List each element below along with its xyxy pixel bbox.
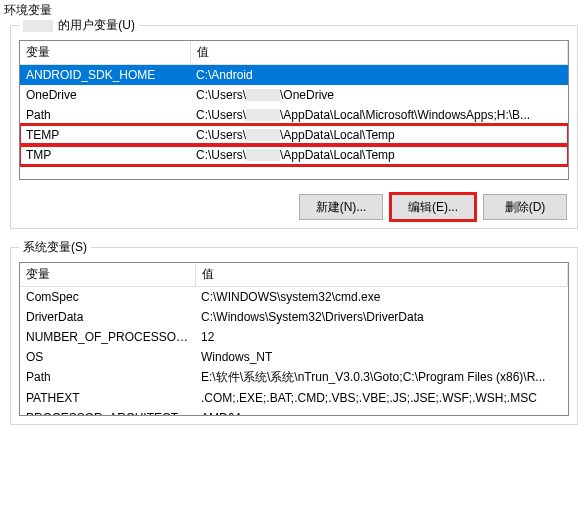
table-row[interactable]: DriverDataC:\Windows\System32\Drivers\Dr… [20, 307, 568, 327]
cell-value: .COM;.EXE;.BAT;.CMD;.VBS;.VBE;.JS;.JSE;.… [195, 388, 568, 408]
cell-variable: OS [20, 347, 195, 367]
user-variables-group: 的用户变量(U) 变量 值 ANDROID_SDK_HOMEC:\Android… [10, 25, 578, 229]
cell-value: E:\软件\系统\系统\nTrun_V3.0.3\Goto;C:\Program… [195, 367, 568, 388]
system-variables-group: 系统变量(S) 变量 值 ComSpecC:\WINDOWS\system32\… [10, 247, 578, 425]
cell-variable: ComSpec [20, 287, 195, 307]
cell-value: Windows_NT [195, 347, 568, 367]
cell-variable: ANDROID_SDK_HOME [20, 65, 190, 85]
username-redacted [23, 20, 53, 32]
column-header-variable[interactable]: 变量 [20, 263, 195, 287]
new-user-var-button[interactable]: 新建(N)... [299, 194, 383, 220]
delete-user-var-button[interactable]: 删除(D) [483, 194, 567, 220]
system-variables-table[interactable]: 变量 值 ComSpecC:\WINDOWS\system32\cmd.exeD… [20, 263, 568, 416]
username-redacted [246, 129, 280, 141]
cell-value: C:\Windows\System32\Drivers\DriverData [195, 307, 568, 327]
column-header-value[interactable]: 值 [195, 263, 568, 287]
username-redacted [246, 149, 280, 161]
table-row[interactable]: PROCESSOR_ARCHITECT...AMD64 [20, 408, 568, 417]
system-variables-group-title: 系统变量(S) [19, 239, 91, 256]
table-row[interactable]: NUMBER_OF_PROCESSORS12 [20, 327, 568, 347]
cell-variable: NUMBER_OF_PROCESSORS [20, 327, 195, 347]
cell-value: AMD64 [195, 408, 568, 417]
cell-value: C:\Users\\OneDrive [190, 85, 568, 105]
table-row[interactable]: TEMPC:\Users\\AppData\Local\Temp [20, 125, 568, 145]
table-row[interactable]: ANDROID_SDK_HOMEC:\Android [20, 65, 568, 85]
cell-variable: OneDrive [20, 85, 190, 105]
cell-variable: TEMP [20, 125, 190, 145]
column-header-variable[interactable]: 变量 [20, 41, 190, 65]
user-variables-table[interactable]: 变量 值 ANDROID_SDK_HOMEC:\AndroidOneDriveC… [20, 41, 568, 165]
cell-value: 12 [195, 327, 568, 347]
system-variables-table-wrap: 变量 值 ComSpecC:\WINDOWS\system32\cmd.exeD… [19, 262, 569, 416]
username-redacted [246, 89, 280, 101]
cell-variable: PROCESSOR_ARCHITECT... [20, 408, 195, 417]
user-variables-group-title: 的用户变量(U) [19, 17, 139, 34]
cell-variable: TMP [20, 145, 190, 165]
column-header-value[interactable]: 值 [190, 41, 568, 65]
username-redacted [246, 109, 280, 121]
table-row[interactable]: PathE:\软件\系统\系统\nTrun_V3.0.3\Goto;C:\Pro… [20, 367, 568, 388]
table-row[interactable]: OneDriveC:\Users\\OneDrive [20, 85, 568, 105]
cell-variable: PATHEXT [20, 388, 195, 408]
table-row[interactable]: OSWindows_NT [20, 347, 568, 367]
table-row[interactable]: ComSpecC:\WINDOWS\system32\cmd.exe [20, 287, 568, 307]
user-variables-buttons: 新建(N)... 编辑(E)... 删除(D) [19, 194, 569, 220]
cell-variable: Path [20, 105, 190, 125]
cell-value: C:\WINDOWS\system32\cmd.exe [195, 287, 568, 307]
cell-value: C:\Users\\AppData\Local\Temp [190, 145, 568, 165]
table-header-row: 变量 值 [20, 41, 568, 65]
user-vars-group-label: 的用户变量(U) [55, 18, 135, 32]
table-row[interactable]: TMPC:\Users\\AppData\Local\Temp [20, 145, 568, 165]
user-variables-table-wrap: 变量 值 ANDROID_SDK_HOMEC:\AndroidOneDriveC… [19, 40, 569, 180]
cell-variable: Path [20, 367, 195, 388]
table-row[interactable]: PATHEXT.COM;.EXE;.BAT;.CMD;.VBS;.VBE;.JS… [20, 388, 568, 408]
edit-user-var-button[interactable]: 编辑(E)... [391, 194, 475, 220]
cell-variable: DriverData [20, 307, 195, 327]
cell-value: C:\Users\\AppData\Local\Microsoft\Window… [190, 105, 568, 125]
table-row[interactable]: PathC:\Users\\AppData\Local\Microsoft\Wi… [20, 105, 568, 125]
cell-value: C:\Users\\AppData\Local\Temp [190, 125, 568, 145]
cell-value: C:\Android [190, 65, 568, 85]
table-header-row: 变量 值 [20, 263, 568, 287]
